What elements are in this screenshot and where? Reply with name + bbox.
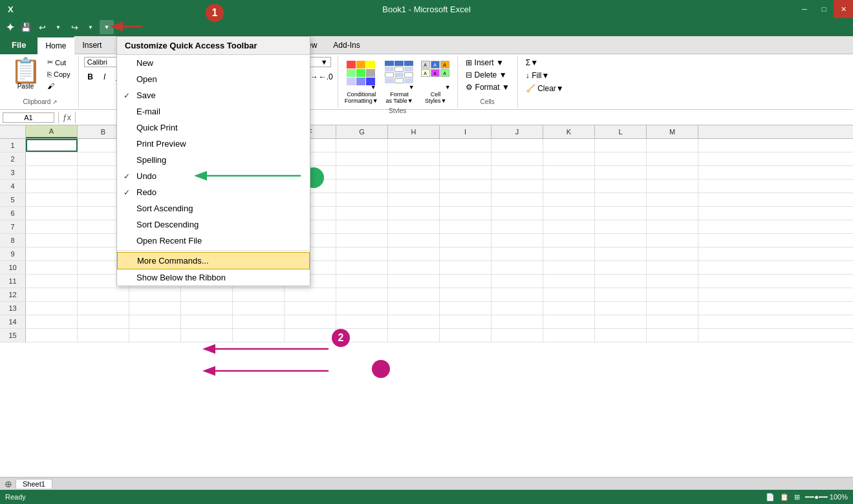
col-header-h[interactable]: H [388, 125, 440, 138]
spreadsheet-cell[interactable] [543, 193, 595, 206]
spreadsheet-cell[interactable] [595, 220, 647, 233]
spreadsheet-cell[interactable] [78, 288, 129, 301]
row-number[interactable]: 5 [0, 193, 26, 206]
spreadsheet-cell[interactable] [491, 288, 543, 301]
spreadsheet-cell[interactable] [336, 193, 388, 206]
spreadsheet-cell[interactable] [26, 275, 78, 288]
spreadsheet-cell[interactable] [388, 329, 440, 342]
bold-btn[interactable]: B [84, 70, 97, 83]
qat-save-btn[interactable]: 💾 [19, 20, 33, 34]
spreadsheet-cell[interactable] [440, 139, 491, 152]
menu-item-open-recent[interactable]: Open Recent File [117, 233, 310, 249]
spreadsheet-cell[interactable] [336, 139, 388, 152]
spreadsheet-cell[interactable] [491, 329, 543, 342]
spreadsheet-cell[interactable] [26, 261, 78, 274]
menu-item-undo[interactable]: ✓Undo [117, 168, 310, 184]
spreadsheet-cell[interactable] [181, 302, 233, 315]
menu-item-print-preview[interactable]: Print Preview [117, 136, 310, 152]
menu-item-spelling[interactable]: Spelling [117, 152, 310, 168]
spreadsheet-cell[interactable] [388, 275, 440, 288]
maximize-btn[interactable]: □ [814, 0, 834, 18]
spreadsheet-cell[interactable] [647, 193, 698, 206]
spreadsheet-cell[interactable] [440, 329, 491, 342]
spreadsheet-cell[interactable] [388, 139, 440, 152]
spreadsheet-cell[interactable] [595, 261, 647, 274]
spreadsheet-cell[interactable] [181, 288, 233, 301]
spreadsheet-cell[interactable] [595, 288, 647, 301]
spreadsheet-cell[interactable] [440, 234, 491, 247]
qat-excel-icon[interactable]: ✦ [3, 20, 17, 34]
spreadsheet-cell[interactable] [336, 247, 388, 260]
format-painter-btn[interactable]: 🖌 [45, 81, 73, 91]
spreadsheet-cell[interactable] [647, 315, 698, 328]
spreadsheet-cell[interactable] [440, 288, 491, 301]
spreadsheet-cell[interactable] [440, 261, 491, 274]
row-number[interactable]: 8 [0, 234, 26, 247]
spreadsheet-cell[interactable] [543, 180, 595, 193]
spreadsheet-cell[interactable] [543, 207, 595, 220]
spreadsheet-cell[interactable] [647, 234, 698, 247]
spreadsheet-cell[interactable] [388, 207, 440, 220]
spreadsheet-cell[interactable] [647, 288, 698, 301]
spreadsheet-cell[interactable] [78, 302, 129, 315]
spreadsheet-cell[interactable] [336, 288, 388, 301]
page-break-btn[interactable]: ⊞ [794, 493, 800, 501]
qat-customize-btn[interactable]: ▼ [100, 20, 114, 34]
spreadsheet-cell[interactable] [129, 315, 181, 328]
spreadsheet-cell[interactable] [543, 315, 595, 328]
qat-redo-dropdown[interactable]: ▼ [83, 20, 98, 34]
format-as-table-btn[interactable]: ▼ Formatas Table▼ [383, 57, 416, 106]
spreadsheet-cell[interactable] [543, 234, 595, 247]
spreadsheet-cell[interactable] [647, 220, 698, 233]
italic-btn[interactable]: I [98, 70, 111, 83]
spreadsheet-cell[interactable] [233, 302, 285, 315]
spreadsheet-cell[interactable] [78, 315, 129, 328]
spreadsheet-cell[interactable] [233, 329, 285, 342]
spreadsheet-cell[interactable] [26, 193, 78, 206]
spreadsheet-cell[interactable] [647, 139, 698, 152]
spreadsheet-cell[interactable] [595, 180, 647, 193]
normal-view-btn[interactable]: 📄 [766, 493, 775, 501]
menu-item-sort-desc[interactable]: Sort Descending [117, 216, 310, 233]
delete-cells-btn[interactable]: ⊟ Delete ▼ [463, 69, 510, 81]
col-header-g[interactable]: G [336, 125, 388, 138]
spreadsheet-cell[interactable] [595, 193, 647, 206]
menu-item-more-commands[interactable]: More Commands... [117, 252, 310, 269]
row-number[interactable]: 12 [0, 288, 26, 301]
spreadsheet-cell[interactable] [336, 207, 388, 220]
spreadsheet-cell[interactable] [491, 139, 543, 152]
spreadsheet-cell[interactable] [647, 180, 698, 193]
col-header-i[interactable]: I [440, 125, 491, 138]
spreadsheet-cell[interactable] [543, 288, 595, 301]
spreadsheet-cell[interactable] [129, 302, 181, 315]
cut-btn[interactable]: ✂ Cut [45, 57, 73, 68]
spreadsheet-cell[interactable] [388, 220, 440, 233]
page-layout-btn[interactable]: 📋 [780, 493, 789, 501]
spreadsheet-cell[interactable] [181, 329, 233, 342]
spreadsheet-cell[interactable] [440, 193, 491, 206]
menu-item-redo[interactable]: ✓Redo [117, 184, 310, 200]
spreadsheet-cell[interactable] [388, 315, 440, 328]
spreadsheet-cell[interactable] [26, 288, 78, 301]
spreadsheet-cell[interactable] [233, 288, 285, 301]
menu-item-open[interactable]: Open [117, 71, 310, 87]
menu-item-quick-print[interactable]: Quick Print [117, 120, 310, 136]
spreadsheet-cell[interactable] [491, 247, 543, 260]
spreadsheet-cell[interactable] [336, 166, 388, 179]
spreadsheet-cell[interactable] [647, 166, 698, 179]
spreadsheet-cell[interactable] [336, 220, 388, 233]
spreadsheet-cell[interactable] [491, 302, 543, 315]
spreadsheet-cell[interactable] [440, 166, 491, 179]
spreadsheet-cell[interactable] [78, 329, 129, 342]
spreadsheet-cell[interactable] [647, 247, 698, 260]
spreadsheet-cell[interactable] [388, 234, 440, 247]
spreadsheet-cell[interactable] [388, 302, 440, 315]
row-number[interactable]: 9 [0, 247, 26, 260]
name-box[interactable] [3, 112, 54, 123]
spreadsheet-cell[interactable] [595, 275, 647, 288]
spreadsheet-cell[interactable] [440, 315, 491, 328]
spreadsheet-cell[interactable] [388, 166, 440, 179]
row-number[interactable]: 10 [0, 261, 26, 274]
spreadsheet-cell[interactable] [388, 261, 440, 274]
spreadsheet-cell[interactable] [647, 152, 698, 165]
